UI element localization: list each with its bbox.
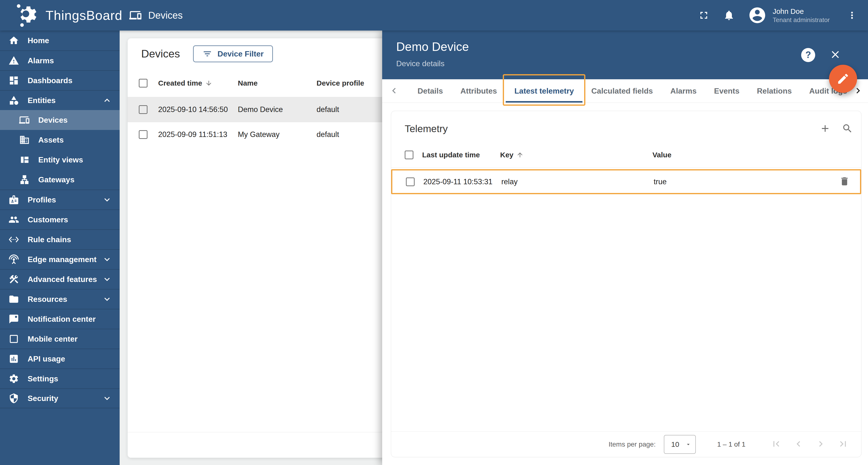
page-size-value: 10 xyxy=(664,440,679,448)
items-per-page-label: Items per page: xyxy=(609,440,656,448)
sidebar-item-mobile-center[interactable]: Mobile center xyxy=(0,329,120,349)
fullscreen-icon xyxy=(698,9,710,21)
tabs-scroll-left-button[interactable] xyxy=(389,85,400,97)
close-button[interactable] xyxy=(829,49,841,61)
thingsboard-logo-icon xyxy=(16,3,41,28)
page-size-select[interactable]: 10 xyxy=(664,435,696,454)
app-logo[interactable]: ThingsBoard xyxy=(0,3,114,28)
sidebar-item-rule-chains[interactable]: Rule chains xyxy=(0,229,120,249)
delete-telemetry-button[interactable] xyxy=(839,176,850,187)
tab-alarms[interactable]: Alarms xyxy=(662,79,706,103)
filter-icon xyxy=(203,49,212,59)
first-page-button[interactable] xyxy=(771,438,782,450)
edit-device-fab[interactable] xyxy=(829,65,857,93)
cell-name: My Gateway xyxy=(238,130,316,139)
sidebar-item-security[interactable]: Security xyxy=(0,388,120,408)
tab-calculated-fields[interactable]: Calculated fields xyxy=(583,79,661,103)
next-page-button[interactable] xyxy=(815,438,826,450)
chevron-up-icon xyxy=(102,95,113,106)
close-icon xyxy=(829,49,841,61)
telemetry-table-head-row: Last update time Key Value xyxy=(391,142,861,168)
search-telemetry-button[interactable] xyxy=(842,123,853,135)
user-role: Tenant administrator xyxy=(773,16,830,24)
devices-icon xyxy=(19,114,30,125)
row-checkbox[interactable] xyxy=(406,177,414,186)
row-checkbox[interactable] xyxy=(139,105,148,114)
assets-icon xyxy=(19,134,30,145)
sidebar-item-alarms[interactable]: Alarms xyxy=(0,51,120,70)
more-menu-button[interactable] xyxy=(847,10,857,21)
cell-created-time: 2025-09-10 14:56:50 xyxy=(158,105,238,114)
bell-icon xyxy=(723,9,735,21)
sidebar-item-label: Home xyxy=(28,36,49,45)
drawer-tabs: Details Attributes Latest telemetry Calc… xyxy=(382,79,868,103)
user-info: John Doe Tenant administrator xyxy=(773,7,830,24)
kebab-icon xyxy=(847,10,857,21)
column-header-created-time[interactable]: Created time xyxy=(158,79,238,87)
sidebar-item-advanced-features[interactable]: Advanced features xyxy=(0,269,120,289)
sidebar-item-notification-center[interactable]: Notification center xyxy=(0,309,120,329)
cell-last-update-time: 2025-09-11 10:53:31 xyxy=(423,177,501,186)
tab-attributes[interactable]: Attributes xyxy=(452,79,506,103)
sidebar-item-gateways[interactable]: Gateways xyxy=(0,170,120,190)
sidebar-item-api-usage[interactable]: API usage xyxy=(0,349,120,369)
breadcrumb: Devices xyxy=(129,9,183,22)
tab-details[interactable]: Details xyxy=(409,79,452,103)
sidebar-item-entity-views[interactable]: Entity views xyxy=(0,150,120,170)
sidebar-item-resources[interactable]: Resources xyxy=(0,289,120,309)
plus-icon xyxy=(819,123,831,134)
previous-page-button[interactable] xyxy=(793,438,804,450)
sidebar-item-dashboards[interactable]: Dashboards xyxy=(0,70,120,90)
telemetry-title: Telemetry xyxy=(405,123,448,135)
chevron-down-icon xyxy=(102,294,113,304)
tab-latest-telemetry[interactable]: Latest telemetry xyxy=(506,79,583,103)
alarm-triangle-icon xyxy=(8,55,20,66)
sidebar-item-label: API usage xyxy=(28,354,65,364)
tab-relations[interactable]: Relations xyxy=(748,79,800,103)
avatar-icon xyxy=(748,6,767,25)
page-title: Devices xyxy=(141,48,180,60)
edge-management-icon xyxy=(8,254,20,265)
chevron-left-icon xyxy=(389,85,400,96)
user-menu[interactable] xyxy=(748,6,767,25)
sidebar-item-customers[interactable]: Customers xyxy=(0,209,120,229)
column-header-value[interactable]: Value xyxy=(652,151,830,159)
pencil-icon xyxy=(837,72,849,85)
telemetry-row-relay[interactable]: 2025-09-11 10:53:31 relay true xyxy=(391,169,861,194)
sidebar-item-entities[interactable]: Entities xyxy=(0,90,120,110)
sidebar-item-label: Profiles xyxy=(28,195,56,204)
sidebar-item-settings[interactable]: Settings xyxy=(0,369,120,388)
tab-events[interactable]: Events xyxy=(705,79,748,103)
select-all-checkbox[interactable] xyxy=(405,150,413,159)
cell-key: relay xyxy=(501,177,654,186)
drawer-header: Demo Device Device details ? xyxy=(382,31,868,79)
sidebar-item-devices[interactable]: Devices xyxy=(0,110,120,130)
sidebar-item-edge-management[interactable]: Edge management xyxy=(0,249,120,269)
add-telemetry-button[interactable] xyxy=(819,123,831,135)
sidebar-item-home[interactable]: Home xyxy=(0,31,120,51)
thingsboard-app: ThingsBoard Devices John Doe Tenant admi… xyxy=(0,0,868,465)
sidebar-item-label: Security xyxy=(28,394,58,403)
select-all-checkbox[interactable] xyxy=(139,79,148,88)
sidebar-item-assets[interactable]: Assets xyxy=(0,130,120,150)
column-header-name[interactable]: Name xyxy=(238,79,316,87)
cell-value: true xyxy=(654,177,829,186)
telemetry-pagination: Items per page: 10 1 – 1 of 1 xyxy=(391,431,861,457)
settings-icon xyxy=(8,373,20,384)
notifications-button[interactable] xyxy=(723,9,735,21)
column-header-last-update-time[interactable]: Last update time xyxy=(422,151,500,159)
last-page-button[interactable] xyxy=(837,438,848,450)
sidebar-item-label: Customers xyxy=(28,215,68,224)
fullscreen-button[interactable] xyxy=(698,9,710,21)
sidebar-item-profiles[interactable]: Profiles xyxy=(0,190,120,209)
row-checkbox[interactable] xyxy=(139,130,148,139)
chevron-down-icon xyxy=(102,393,113,404)
column-header-key[interactable]: Key xyxy=(500,151,652,159)
search-icon xyxy=(842,123,853,134)
help-button[interactable]: ? xyxy=(801,48,815,62)
device-filter-button[interactable]: Device Filter xyxy=(193,45,273,62)
caret-down-icon xyxy=(685,441,691,447)
sidebar-item-label: Settings xyxy=(28,374,58,383)
sidebar-item-label: Entity views xyxy=(38,155,83,164)
sidebar-item-label: Resources xyxy=(28,295,67,304)
